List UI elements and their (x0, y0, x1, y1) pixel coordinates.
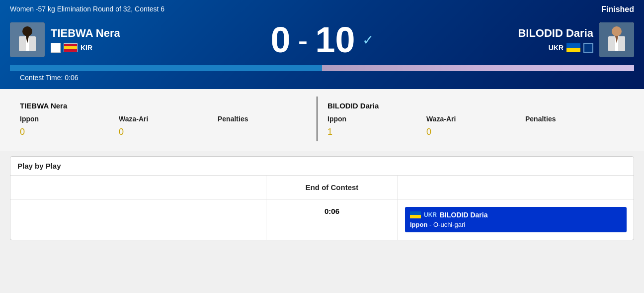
left-ippon-val: 0 (20, 125, 119, 141)
scores-right-cols: Ippon 1 Waza-Ari 0 Penalties (327, 112, 624, 141)
winner-checkmark-icon: ✓ (362, 32, 374, 48)
athlete-right-country: UKR (518, 43, 593, 53)
right-ippon-label: Ippon (327, 112, 426, 125)
header: Women -57 kg Elimination Round of 32, Co… (0, 0, 644, 89)
status-badge: Finished (601, 5, 634, 14)
scores-half-left: TIEBWA Nera Ippon 0 Waza-Ari 0 Penalties (20, 97, 317, 141)
contest-time: Contest Time: 0:06 (10, 71, 634, 84)
score-center: 0 - 10 ✓ (247, 19, 397, 60)
play-row-ippon: 0:06 UKR BILODID Daria Ippon - O-uchi-ga… (10, 199, 634, 240)
athlete-right-photo (599, 22, 634, 57)
play-country-abbr: UKR (424, 211, 437, 218)
left-wazaari-box: Waza-Ari 0 (119, 112, 218, 141)
playbyplay-section: Play by Play End of Contest 0:06 UKR BIL… (10, 156, 634, 240)
svg-point-1 (22, 26, 32, 36)
athlete-left-photo (10, 22, 45, 57)
scores-left-cols: Ippon 0 Waza-Ari 0 Penalties (20, 112, 317, 141)
right-penalties-label: Penalties (525, 112, 624, 125)
scores-left-athlete-name: TIEBWA Nera (20, 97, 317, 112)
left-penalties-label: Penalties (218, 112, 317, 125)
right-wazaari-val: 0 (426, 125, 525, 141)
athlete-right: BILODID Daria UKR (397, 22, 634, 57)
play-action-line: Ippon - O-uchi-gari (410, 221, 622, 228)
play-detail-box: UKR BILODID Daria Ippon - O-uchi-gari (405, 207, 627, 232)
left-wazaari-label: Waza-Ari (119, 112, 218, 125)
play-action-technique: - O-uchi-gari (429, 221, 465, 228)
flag-ukr-play-icon (410, 211, 421, 218)
play-time: 0:06 (324, 207, 339, 215)
flag-ukr (566, 43, 580, 52)
scores-right-athlete-name: BILODID Daria (327, 97, 624, 112)
right-ippon-box: Ippon 1 (327, 112, 426, 141)
score-dash: - (298, 23, 308, 57)
score-left: 0 (270, 19, 290, 60)
athlete-right-info: BILODID Daria UKR (518, 27, 593, 53)
scoreboard: TIEBWA Nera Ippon 0 Waza-Ari 0 Penalties… (0, 89, 644, 151)
svg-point-7 (612, 26, 622, 36)
contest-title: Women -57 kg Elimination Round of 32, Co… (10, 5, 634, 13)
left-penalties-val (218, 125, 317, 131)
athlete-left-name: TIEBWA Nera (51, 27, 120, 40)
left-ippon-box: Ippon 0 (20, 112, 119, 141)
left-ippon-label: Ippon (20, 112, 119, 125)
left-penalties-box: Penalties (218, 112, 317, 141)
play-cell-mid-1: End of Contest (266, 176, 398, 199)
play-action-bold: Ippon (410, 221, 427, 228)
play-athlete-line: UKR BILODID Daria (410, 211, 622, 219)
svg-rect-4 (29, 36, 36, 51)
progress-bar (10, 65, 634, 71)
score-right: 10 (315, 19, 355, 60)
play-row-end-of-contest: End of Contest (10, 176, 634, 199)
country-code-left: KIR (80, 44, 92, 52)
svg-rect-9 (608, 36, 615, 51)
right-penalties-val (525, 125, 624, 131)
progress-right (322, 65, 634, 71)
flag-kir (64, 43, 78, 52)
end-of-contest-label: End of Contest (306, 183, 359, 192)
athletes-row: TIEBWA Nera KIR 0 - 10 ✓ BILODID Daria U… (10, 17, 634, 65)
country-code-right: UKR (549, 44, 564, 52)
athlete-left: TIEBWA Nera KIR (10, 22, 247, 57)
play-cell-left-2 (10, 199, 266, 240)
play-cell-mid-2: 0:06 (266, 199, 398, 240)
right-penalties-box: Penalties (525, 112, 624, 141)
athlete-left-info: TIEBWA Nera KIR (51, 27, 120, 53)
athlete-left-country: KIR (51, 43, 120, 53)
play-athlete-name: BILODID Daria (440, 211, 487, 219)
athlete-right-name: BILODID Daria (518, 27, 593, 40)
playbyplay-header[interactable]: Play by Play (10, 157, 634, 176)
right-wazaari-label: Waza-Ari (426, 112, 525, 125)
checkbox-left (51, 43, 61, 53)
svg-rect-10 (618, 36, 625, 51)
progress-left (10, 65, 322, 71)
scores-half-right: BILODID Daria Ippon 1 Waza-Ari 0 Penalti… (317, 97, 624, 141)
left-wazaari-val: 0 (119, 125, 218, 141)
play-cell-left-1 (10, 176, 266, 199)
right-wazaari-box: Waza-Ari 0 (426, 112, 525, 141)
checkbox-right (583, 43, 593, 53)
play-cell-right-1 (398, 176, 634, 199)
play-cell-right-2: UKR BILODID Daria Ippon - O-uchi-gari (398, 199, 634, 240)
svg-rect-3 (19, 36, 26, 51)
scores-grid: TIEBWA Nera Ippon 0 Waza-Ari 0 Penalties… (10, 97, 634, 146)
right-ippon-val: 1 (327, 125, 426, 141)
